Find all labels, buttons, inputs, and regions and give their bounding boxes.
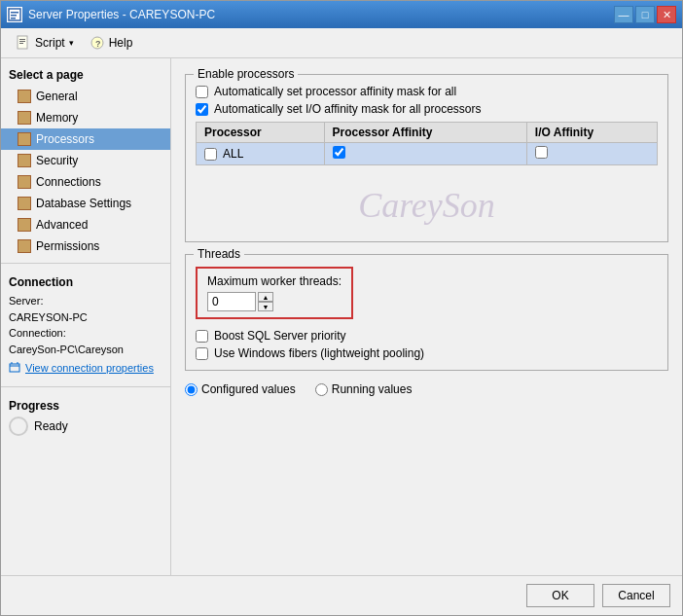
script-button[interactable]: Script ▾ bbox=[9, 32, 81, 54]
configured-values-radio[interactable] bbox=[185, 383, 198, 396]
help-icon: ? bbox=[90, 35, 105, 51]
svg-text:?: ? bbox=[95, 39, 101, 49]
sidebar-item-label-processors: Processors bbox=[36, 132, 94, 146]
minimize-button[interactable]: — bbox=[614, 6, 633, 23]
sidebar-item-label-database-settings: Database Settings bbox=[36, 197, 131, 210]
connection-title: Connection bbox=[9, 275, 162, 289]
table-row: ALL bbox=[197, 143, 658, 165]
help-button[interactable]: ? Help bbox=[83, 32, 140, 54]
dropdown-arrow: ▾ bbox=[69, 38, 74, 48]
io-affinity-checkbox[interactable] bbox=[196, 103, 208, 116]
right-panel: Enable processors Automatically set proc… bbox=[171, 58, 682, 575]
sidebar-item-permissions[interactable]: Permissions bbox=[1, 236, 170, 257]
security-icon bbox=[17, 153, 32, 168]
running-values-radio[interactable] bbox=[315, 383, 328, 396]
sidebar-section-title: Select a page bbox=[1, 64, 170, 86]
view-connection-label: View connection properties bbox=[25, 362, 154, 374]
maximize-button[interactable]: □ bbox=[635, 6, 655, 23]
progress-divider bbox=[1, 386, 170, 387]
processor-value: ALL bbox=[223, 147, 243, 161]
title-bar: Server Properties - CAREYSON-PC — □ ✕ bbox=[1, 1, 682, 28]
threads-section: Threads Maximum worker threads: ▲ ▼ Boos… bbox=[185, 254, 668, 371]
sidebar-item-processors[interactable]: Processors bbox=[1, 128, 170, 150]
connection-section: Connection Server: CAREYSON-PC Connectio… bbox=[1, 270, 170, 380]
enable-processors-section: Enable processors Automatically set proc… bbox=[185, 74, 668, 242]
svg-rect-2 bbox=[11, 15, 17, 17]
running-values-option: Running values bbox=[315, 382, 413, 396]
enable-processors-legend: Enable processors bbox=[194, 67, 298, 81]
memory-icon bbox=[17, 110, 32, 126]
sidebar-item-label-memory: Memory bbox=[36, 111, 78, 125]
script-icon bbox=[16, 35, 31, 51]
toolbar: Script ▾ ? Help bbox=[1, 28, 682, 58]
boost-checkbox[interactable] bbox=[196, 330, 208, 343]
spinner-row: ▲ ▼ bbox=[207, 292, 342, 311]
svg-rect-5 bbox=[19, 39, 25, 40]
ok-button[interactable]: OK bbox=[526, 584, 594, 607]
sidebar-item-connections[interactable]: Connections bbox=[1, 171, 170, 193]
sidebar-item-memory[interactable]: Memory bbox=[1, 107, 170, 128]
processor-table: Processor Processor Affinity I/O Affinit… bbox=[196, 122, 658, 165]
close-button[interactable]: ✕ bbox=[657, 6, 676, 23]
running-values-label: Running values bbox=[332, 382, 413, 396]
max-worker-input[interactable] bbox=[207, 292, 256, 311]
affinity-cell bbox=[324, 143, 526, 165]
database-settings-icon bbox=[17, 196, 32, 211]
window-icon bbox=[7, 7, 22, 22]
sidebar-item-security[interactable]: Security bbox=[1, 150, 170, 171]
col-io-affinity: I/O Affinity bbox=[526, 123, 657, 143]
server-value: CAREYSON-PC bbox=[9, 311, 88, 323]
io-affinity-row: Automatically set I/O affinity mask for … bbox=[196, 102, 658, 116]
spin-up-button[interactable]: ▲ bbox=[258, 292, 273, 302]
sidebar-item-label-advanced: Advanced bbox=[36, 218, 88, 232]
sidebar-item-general[interactable]: General bbox=[1, 86, 170, 107]
sidebar-item-database-settings[interactable]: Database Settings bbox=[1, 193, 170, 214]
sidebar-divider bbox=[1, 263, 170, 264]
progress-status: Ready bbox=[34, 419, 68, 433]
main-content: Select a page General Memory Processors … bbox=[1, 58, 682, 575]
spin-down-button[interactable]: ▼ bbox=[258, 302, 273, 311]
processor-cell: ALL bbox=[197, 143, 325, 165]
progress-content: Ready bbox=[9, 417, 162, 436]
fibers-row: Use Windows fibers (lightweight pooling) bbox=[196, 346, 658, 360]
svg-rect-7 bbox=[19, 43, 23, 44]
sidebar-item-label-security: Security bbox=[36, 154, 78, 167]
svg-rect-10 bbox=[10, 364, 19, 372]
svg-rect-4 bbox=[18, 36, 27, 49]
fibers-checkbox[interactable] bbox=[196, 347, 208, 360]
svg-rect-3 bbox=[11, 18, 16, 19]
affinity-mask-checkbox[interactable] bbox=[196, 86, 208, 98]
sidebar-item-label-connections: Connections bbox=[36, 175, 101, 189]
io-affinity-label: Automatically set I/O affinity mask for … bbox=[214, 102, 482, 116]
connection-label: Connection: bbox=[9, 327, 66, 339]
max-worker-box: Maximum worker threads: ▲ ▼ bbox=[196, 267, 353, 319]
affinity-mask-row: Automatically set processor affinity mas… bbox=[196, 85, 658, 98]
max-worker-label: Maximum worker threads: bbox=[207, 274, 342, 288]
io-affinity-row-checkbox[interactable] bbox=[535, 146, 548, 159]
connections-icon bbox=[17, 174, 32, 190]
cancel-button[interactable]: Cancel bbox=[602, 584, 670, 607]
view-connection-link[interactable]: View connection properties bbox=[9, 361, 162, 375]
threads-legend: Threads bbox=[194, 247, 244, 261]
affinity-checkbox[interactable] bbox=[333, 146, 345, 159]
connection-value: CareySon-PC\Careyson bbox=[9, 344, 124, 355]
window-title: Server Properties - CAREYSON-PC bbox=[28, 8, 215, 21]
progress-title: Progress bbox=[9, 399, 162, 413]
sidebar-item-label-permissions: Permissions bbox=[36, 239, 99, 253]
connection-text: Server: CAREYSON-PC Connection: CareySon… bbox=[9, 293, 162, 357]
spinner-buttons: ▲ ▼ bbox=[258, 292, 273, 311]
configured-values-label: Configured values bbox=[201, 382, 296, 396]
main-window: Server Properties - CAREYSON-PC — □ ✕ Sc… bbox=[0, 0, 683, 616]
col-affinity: Processor Affinity bbox=[324, 123, 526, 143]
help-label: Help bbox=[109, 36, 133, 50]
configured-values-option: Configured values bbox=[185, 382, 296, 396]
processors-icon bbox=[17, 131, 32, 147]
sidebar-item-advanced[interactable]: Advanced bbox=[1, 214, 170, 236]
affinity-mask-label: Automatically set processor affinity mas… bbox=[214, 85, 456, 98]
script-label: Script bbox=[35, 36, 65, 50]
processor-row-checkbox[interactable] bbox=[204, 148, 217, 161]
connection-link-icon bbox=[9, 361, 22, 375]
watermark: CareySon bbox=[196, 165, 658, 236]
bottom-bar: OK Cancel bbox=[1, 575, 682, 615]
fibers-label: Use Windows fibers (lightweight pooling) bbox=[214, 346, 424, 360]
